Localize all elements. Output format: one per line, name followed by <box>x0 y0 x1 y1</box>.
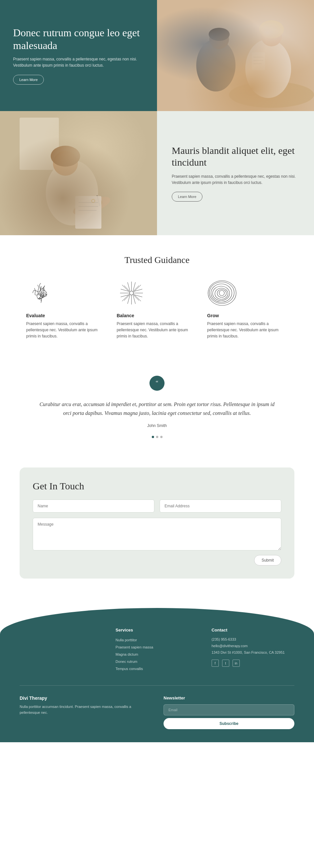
svg-point-46 <box>219 290 224 296</box>
svg-point-2 <box>196 39 235 91</box>
svg-point-25 <box>130 291 134 295</box>
footer-services-col: Services Nulla porttitor Praesent sapien… <box>115 627 198 672</box>
footer-newsletter: Newsletter Subscribe <box>164 695 294 729</box>
svg-point-3 <box>209 29 229 49</box>
grow-icon <box>207 278 236 308</box>
evaluate-icon <box>26 278 56 308</box>
footer: Services Nulla porttitor Praesent sapien… <box>0 595 314 742</box>
footer-contact-col: Contact (235) 955-6333 hello@divitherapy… <box>211 627 294 672</box>
email-input[interactable] <box>160 499 281 513</box>
message-input[interactable] <box>33 518 281 551</box>
footer-col-empty <box>20 627 103 672</box>
svg-rect-17 <box>96 195 101 207</box>
quote-icon: “ <box>149 376 165 391</box>
balance-icon <box>117 278 146 308</box>
grow-title: Grow <box>207 313 288 318</box>
footer-address: 1343 Divi St #1000, San Francisco, CA 32… <box>211 649 294 656</box>
hero-section: Donec rutrum congue leo eget malesuada P… <box>0 0 314 111</box>
service-item-5[interactable]: Tempus convallis <box>115 665 198 672</box>
quote-text: Curabitur arcu erat, accumsan id imperdi… <box>39 400 275 417</box>
hero-title: Donec rutrum congue leo eget malesuada <box>13 27 144 52</box>
evaluate-desc: Praesent sapien massa, convallis a pelle… <box>26 321 107 340</box>
service-item-1[interactable]: Nulla porttitor <box>115 637 198 644</box>
svg-rect-18 <box>75 196 102 229</box>
hero-description: Praesent sapien massa, convallis a pelle… <box>13 56 144 69</box>
hero-learn-more-button[interactable]: Learn More <box>13 75 44 85</box>
linkedin-icon[interactable]: in <box>233 659 240 667</box>
footer-wrapper: Services Nulla porttitor Praesent sapien… <box>0 595 314 742</box>
footer-top: Services Nulla porttitor Praesent sapien… <box>20 627 294 686</box>
svg-point-6 <box>261 26 282 46</box>
trusted-item-evaluate: Evaluate Praesent sapien massa, convalli… <box>26 278 107 340</box>
svg-rect-8 <box>252 52 265 70</box>
quote-dot-3[interactable] <box>160 436 163 438</box>
svg-point-14 <box>46 160 98 225</box>
svg-point-22 <box>53 151 78 176</box>
second-learn-more-button[interactable]: Learn More <box>172 192 202 202</box>
svg-point-15 <box>71 193 112 219</box>
svg-point-16 <box>94 198 102 207</box>
subscribe-button[interactable]: Subscribe <box>164 718 294 729</box>
quote-dot-1[interactable] <box>152 436 154 438</box>
second-text-block: Mauris blandit aliquet elit, eget tincid… <box>157 111 314 235</box>
svg-rect-13 <box>20 118 59 170</box>
quote-section: “ Curabitur arcu erat, accumsan id imper… <box>0 356 314 458</box>
svg-rect-0 <box>157 0 314 111</box>
name-input[interactable] <box>33 499 154 513</box>
trusted-item-grow: Grow Praesent sapien massa, convallis a … <box>207 278 288 340</box>
brand-desc: Nulla porttitor accumsan tincidunt. Prae… <box>20 704 150 715</box>
services-heading: Services <box>115 627 198 632</box>
hero-text-block: Donec rutrum congue leo eget malesuada P… <box>0 0 157 111</box>
svg-point-4 <box>209 28 230 41</box>
trusted-grid: Evaluate Praesent sapien massa, convalli… <box>26 278 288 340</box>
svg-point-1 <box>229 82 314 108</box>
contact-card: Get In Touch Submit <box>20 467 294 579</box>
balance-title: Balance <box>117 313 198 318</box>
evaluate-title: Evaluate <box>26 313 107 318</box>
newsletter-email-input[interactable] <box>164 704 294 715</box>
newsletter-heading: Newsletter <box>164 695 294 701</box>
grow-desc: Praesent sapien massa, convallis a pelle… <box>207 321 288 340</box>
svg-point-5 <box>245 39 291 98</box>
services-list: Nulla porttitor Praesent sapien massa Ma… <box>115 637 198 672</box>
footer-brand: Divi Therapy Nulla porttitor accumsan ti… <box>20 695 150 729</box>
quote-author: John Smith <box>39 423 275 428</box>
footer-arch: Services Nulla porttitor Praesent sapien… <box>0 608 314 742</box>
form-submit-row: Submit <box>33 555 281 565</box>
quote-dot-2[interactable] <box>156 436 158 438</box>
hero-image <box>157 0 314 111</box>
footer-bottom: Divi Therapy Nulla porttitor accumsan ti… <box>20 686 294 742</box>
service-item-3[interactable]: Magna dictum <box>115 651 198 658</box>
second-title: Mauris blandit aliquet elit, eget tincid… <box>172 145 299 168</box>
contact-heading: Get In Touch <box>33 480 281 492</box>
second-description: Praesent sapien massa, convallis a pelle… <box>172 174 299 186</box>
brand-name: Divi Therapy <box>20 695 150 701</box>
trusted-heading: Trusted Guidance <box>26 255 288 265</box>
svg-point-23 <box>51 146 80 166</box>
trusted-item-balance: Balance Praesent sapien massa, convallis… <box>117 278 198 340</box>
svg-point-7 <box>259 20 284 38</box>
balance-desc: Praesent sapien massa, convallis a pelle… <box>117 321 198 340</box>
svg-point-51 <box>209 282 234 304</box>
facebook-icon[interactable]: f <box>211 659 219 667</box>
svg-point-48 <box>215 288 228 299</box>
service-item-4[interactable]: Donec rutrum <box>115 658 198 665</box>
submit-button[interactable]: Submit <box>254 555 281 565</box>
contact-section: Get In Touch Submit <box>0 458 314 595</box>
twitter-icon[interactable]: t <box>222 659 229 667</box>
second-image <box>0 111 157 235</box>
newsletter-form: Subscribe <box>164 704 294 729</box>
footer-phone: (235) 955-6333 <box>211 637 294 643</box>
contact-form-row <box>33 499 281 513</box>
footer-email: hello@divitherapy.com <box>211 643 294 649</box>
svg-point-24 <box>92 199 95 203</box>
contact-heading-footer: Contact <box>211 627 294 632</box>
quote-pagination <box>39 436 275 438</box>
svg-rect-12 <box>0 111 157 235</box>
social-icons: f t in <box>211 659 294 667</box>
trusted-section: Trusted Guidance Evaluate Praesent sapie… <box>0 235 314 356</box>
service-item-2[interactable]: Praesent sapien massa <box>115 644 198 651</box>
second-section: Mauris blandit aliquet elit, eget tincid… <box>0 111 314 235</box>
